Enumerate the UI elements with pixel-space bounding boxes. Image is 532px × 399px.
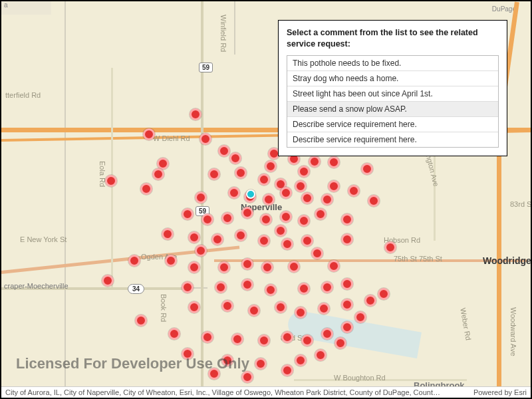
service-request-marker[interactable] (228, 187, 240, 199)
service-request-marker[interactable] (182, 281, 194, 293)
service-request-marker[interactable] (341, 299, 353, 311)
service-request-marker[interactable] (298, 215, 310, 227)
service-request-marker[interactable] (318, 303, 330, 315)
selected-marker[interactable] (246, 190, 255, 199)
service-request-marker[interactable] (260, 213, 272, 225)
service-request-marker[interactable] (258, 334, 270, 346)
service-request-marker[interactable] (328, 156, 340, 168)
service-request-marker[interactable] (231, 333, 243, 345)
service-request-marker[interactable] (295, 354, 307, 366)
service-request-marker[interactable] (328, 180, 340, 192)
service-request-marker[interactable] (255, 358, 267, 370)
service-request-marker[interactable] (288, 261, 300, 273)
service-request-marker[interactable] (298, 166, 310, 178)
service-request-marker[interactable] (281, 238, 293, 250)
comment-item[interactable]: This pothole needs to be fixed. (287, 56, 498, 70)
service-request-marker[interactable] (102, 275, 114, 287)
service-request-marker[interactable] (315, 349, 327, 361)
service-request-marker[interactable] (280, 211, 292, 223)
service-request-marker[interactable] (241, 279, 253, 291)
service-request-marker[interactable] (235, 167, 247, 179)
service-request-marker[interactable] (208, 168, 220, 180)
service-request-marker[interactable] (211, 233, 223, 245)
service-request-marker[interactable] (135, 315, 147, 327)
service-request-marker[interactable] (261, 261, 273, 273)
service-request-marker[interactable] (364, 295, 376, 307)
service-request-marker[interactable] (218, 261, 230, 273)
service-request-marker[interactable] (301, 192, 313, 204)
label-woodridge: Woodridge (483, 255, 531, 266)
service-request-marker[interactable] (235, 229, 247, 241)
service-request-marker[interactable] (378, 288, 390, 300)
service-request-marker[interactable] (341, 233, 353, 245)
service-request-marker[interactable] (328, 260, 340, 272)
service-request-marker[interactable] (265, 160, 277, 172)
service-request-marker[interactable] (341, 278, 353, 290)
service-request-marker[interactable] (280, 187, 292, 199)
service-request-marker[interactable] (221, 300, 233, 312)
service-request-marker[interactable] (201, 213, 213, 225)
service-request-marker[interactable] (315, 208, 327, 220)
service-request-marker[interactable] (188, 261, 200, 273)
service-request-marker[interactable] (258, 235, 270, 247)
service-request-marker[interactable] (295, 307, 307, 319)
service-request-marker[interactable] (341, 213, 353, 225)
service-request-marker[interactable] (265, 284, 277, 296)
service-request-marker[interactable] (190, 108, 201, 120)
service-request-marker[interactable] (128, 255, 140, 267)
service-request-marker[interactable] (221, 212, 233, 224)
service-request-marker[interactable] (348, 185, 360, 197)
service-request-marker[interactable] (263, 194, 275, 205)
service-request-marker[interactable] (258, 174, 270, 186)
service-request-marker[interactable] (321, 194, 333, 205)
service-request-marker[interactable] (321, 328, 333, 340)
service-request-marker[interactable] (311, 247, 323, 259)
service-request-marker[interactable] (309, 156, 321, 168)
comment-item[interactable]: Please send a snow plow ASAP. (287, 101, 498, 116)
service-request-marker[interactable] (281, 331, 293, 343)
comment-item[interactable]: Describe service requirement here. (287, 116, 498, 132)
service-request-marker[interactable] (182, 208, 194, 220)
service-request-marker[interactable] (105, 175, 117, 187)
service-request-marker[interactable] (301, 235, 313, 247)
service-request-marker[interactable] (301, 334, 313, 346)
label-boughton: W Boughton Rd (334, 374, 386, 382)
comment-item[interactable]: Stray dog who needs a home. (287, 70, 498, 86)
service-request-marker[interactable] (201, 331, 213, 343)
service-request-marker[interactable] (275, 301, 287, 313)
service-request-marker[interactable] (298, 283, 310, 295)
service-request-marker[interactable] (165, 255, 177, 267)
service-request-marker[interactable] (334, 337, 346, 349)
service-request-marker[interactable] (241, 371, 253, 383)
service-request-marker[interactable] (248, 305, 260, 317)
comment-list[interactable]: This pothole needs to be fixed.Stray dog… (287, 55, 499, 148)
service-request-marker[interactable] (188, 231, 200, 243)
service-request-marker[interactable] (195, 245, 207, 257)
service-request-marker[interactable] (152, 168, 164, 180)
service-request-marker[interactable] (384, 241, 396, 253)
service-request-marker[interactable] (162, 228, 174, 240)
label-diehl: W Diehl Rd (153, 134, 190, 142)
service-request-marker[interactable] (229, 152, 241, 164)
map-canvas[interactable]: a DuPage Winfield Rd tterfield Rd W Dieh… (1, 1, 531, 398)
comment-item[interactable]: Street light has been out since April 1s… (287, 86, 498, 101)
comment-item[interactable]: Describe service requirement here. (287, 132, 498, 147)
service-request-marker[interactable] (218, 145, 230, 157)
service-request-marker[interactable] (281, 364, 293, 376)
service-request-marker[interactable] (195, 192, 207, 203)
service-request-marker[interactable] (361, 163, 373, 175)
service-request-marker[interactable] (354, 311, 366, 323)
service-request-marker[interactable] (295, 180, 307, 192)
service-request-marker[interactable] (200, 133, 211, 145)
service-request-marker[interactable] (168, 328, 180, 340)
service-request-marker[interactable] (143, 128, 155, 140)
service-request-marker[interactable] (368, 195, 380, 207)
service-request-marker[interactable] (341, 321, 353, 333)
service-request-marker[interactable] (241, 207, 253, 219)
service-request-marker[interactable] (188, 301, 200, 313)
service-request-marker[interactable] (215, 281, 227, 293)
service-request-marker[interactable] (275, 225, 287, 237)
service-request-marker[interactable] (321, 281, 333, 293)
service-request-marker[interactable] (241, 258, 253, 270)
service-request-marker[interactable] (140, 183, 152, 195)
